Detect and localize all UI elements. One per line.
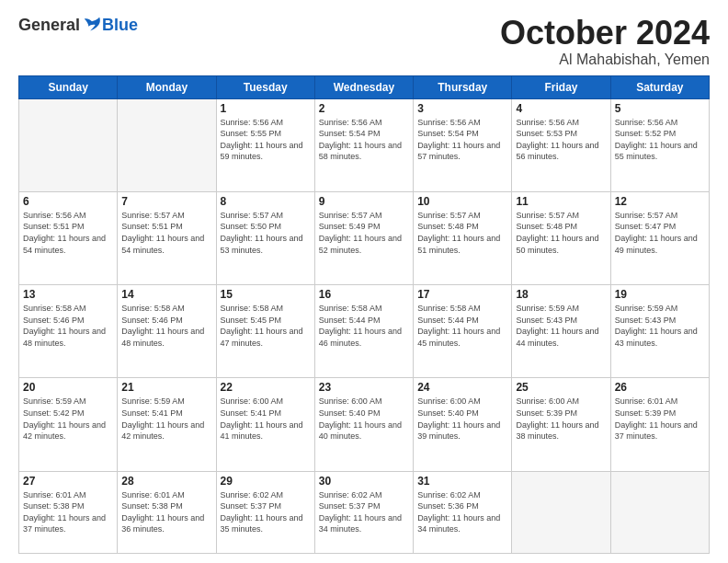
calendar-cell <box>512 471 610 553</box>
day-number: 2 <box>319 102 409 115</box>
calendar-header-thursday: Thursday <box>414 75 512 98</box>
day-number: 4 <box>516 102 606 115</box>
day-number: 31 <box>417 475 507 488</box>
day-info: Sunrise: 5:56 AM Sunset: 5:55 PM Dayligh… <box>221 117 311 163</box>
calendar-cell: 12Sunrise: 5:57 AM Sunset: 5:47 PM Dayli… <box>610 191 709 284</box>
calendar-week-row: 20Sunrise: 5:59 AM Sunset: 5:42 PM Dayli… <box>19 378 710 471</box>
calendar-cell: 25Sunrise: 6:00 AM Sunset: 5:39 PM Dayli… <box>512 378 610 471</box>
day-number: 11 <box>516 195 606 208</box>
location: Al Mahabishah, Yemen <box>500 52 710 68</box>
day-number: 17 <box>417 288 507 301</box>
calendar-cell: 9Sunrise: 5:57 AM Sunset: 5:49 PM Daylig… <box>314 191 413 284</box>
header: General Blue October 2024 Al Mahabishah,… <box>18 15 710 68</box>
calendar-cell: 7Sunrise: 5:57 AM Sunset: 5:51 PM Daylig… <box>118 191 216 284</box>
day-info: Sunrise: 5:56 AM Sunset: 5:53 PM Dayligh… <box>516 117 606 163</box>
day-info: Sunrise: 5:57 AM Sunset: 5:48 PM Dayligh… <box>516 210 606 256</box>
day-info: Sunrise: 5:57 AM Sunset: 5:49 PM Dayligh… <box>319 210 409 256</box>
calendar-cell <box>118 98 216 191</box>
calendar-cell <box>19 98 118 191</box>
calendar-cell: 11Sunrise: 5:57 AM Sunset: 5:48 PM Dayli… <box>512 191 610 284</box>
day-number: 21 <box>121 381 211 394</box>
day-number: 3 <box>417 102 507 115</box>
day-number: 5 <box>615 102 705 115</box>
day-info: Sunrise: 6:02 AM Sunset: 5:36 PM Dayligh… <box>417 489 507 535</box>
calendar-cell: 13Sunrise: 5:58 AM Sunset: 5:46 PM Dayli… <box>19 285 118 378</box>
day-info: Sunrise: 6:02 AM Sunset: 5:37 PM Dayligh… <box>221 489 311 535</box>
calendar-cell: 31Sunrise: 6:02 AM Sunset: 5:36 PM Dayli… <box>414 471 512 553</box>
logo-blue-text: Blue <box>102 16 138 35</box>
day-info: Sunrise: 6:00 AM Sunset: 5:40 PM Dayligh… <box>319 396 409 442</box>
day-info: Sunrise: 6:00 AM Sunset: 5:41 PM Dayligh… <box>221 396 311 442</box>
calendar-cell <box>610 471 709 553</box>
day-number: 18 <box>516 288 606 301</box>
day-number: 30 <box>319 475 409 488</box>
day-info: Sunrise: 6:01 AM Sunset: 5:38 PM Dayligh… <box>23 489 113 535</box>
day-info: Sunrise: 5:59 AM Sunset: 5:43 PM Dayligh… <box>615 303 705 349</box>
calendar-cell: 18Sunrise: 5:59 AM Sunset: 5:43 PM Dayli… <box>512 285 610 378</box>
calendar-cell: 24Sunrise: 6:00 AM Sunset: 5:40 PM Dayli… <box>414 378 512 471</box>
day-number: 25 <box>516 381 606 394</box>
calendar-cell: 5Sunrise: 5:56 AM Sunset: 5:52 PM Daylig… <box>610 98 709 191</box>
calendar-header-sunday: Sunday <box>19 75 118 98</box>
day-info: Sunrise: 5:56 AM Sunset: 5:52 PM Dayligh… <box>615 117 705 163</box>
day-info: Sunrise: 5:58 AM Sunset: 5:45 PM Dayligh… <box>221 303 311 349</box>
calendar-week-row: 27Sunrise: 6:01 AM Sunset: 5:38 PM Dayli… <box>19 471 710 553</box>
day-number: 14 <box>121 288 211 301</box>
day-info: Sunrise: 5:57 AM Sunset: 5:50 PM Dayligh… <box>221 210 311 256</box>
day-number: 1 <box>221 102 311 115</box>
calendar-cell: 28Sunrise: 6:01 AM Sunset: 5:38 PM Dayli… <box>118 471 216 553</box>
calendar-header-row: SundayMondayTuesdayWednesdayThursdayFrid… <box>19 75 710 98</box>
page: General Blue October 2024 Al Mahabishah,… <box>0 0 728 563</box>
day-number: 28 <box>121 475 211 488</box>
calendar-week-row: 13Sunrise: 5:58 AM Sunset: 5:46 PM Dayli… <box>19 285 710 378</box>
calendar-cell: 23Sunrise: 6:00 AM Sunset: 5:40 PM Dayli… <box>314 378 413 471</box>
day-info: Sunrise: 5:57 AM Sunset: 5:51 PM Dayligh… <box>121 210 211 256</box>
day-info: Sunrise: 6:00 AM Sunset: 5:40 PM Dayligh… <box>417 396 507 442</box>
day-number: 15 <box>221 288 311 301</box>
calendar-header-friday: Friday <box>512 75 610 98</box>
calendar-week-row: 1Sunrise: 5:56 AM Sunset: 5:55 PM Daylig… <box>19 98 710 191</box>
title-area: October 2024 Al Mahabishah, Yemen <box>500 15 710 68</box>
calendar-cell: 29Sunrise: 6:02 AM Sunset: 5:37 PM Dayli… <box>216 471 314 553</box>
month-title: October 2024 <box>500 15 710 52</box>
day-info: Sunrise: 6:01 AM Sunset: 5:39 PM Dayligh… <box>615 396 705 442</box>
day-number: 9 <box>319 195 409 208</box>
calendar-table: SundayMondayTuesdayWednesdayThursdayFrid… <box>18 75 710 554</box>
calendar-cell: 21Sunrise: 5:59 AM Sunset: 5:41 PM Dayli… <box>118 378 216 471</box>
day-number: 7 <box>121 195 211 208</box>
calendar-cell: 20Sunrise: 5:59 AM Sunset: 5:42 PM Dayli… <box>19 378 118 471</box>
calendar-cell: 2Sunrise: 5:56 AM Sunset: 5:54 PM Daylig… <box>314 98 413 191</box>
day-number: 24 <box>417 381 507 394</box>
day-info: Sunrise: 5:56 AM Sunset: 5:51 PM Dayligh… <box>23 210 113 256</box>
calendar-cell: 1Sunrise: 5:56 AM Sunset: 5:55 PM Daylig… <box>216 98 314 191</box>
day-number: 19 <box>615 288 705 301</box>
day-number: 20 <box>23 381 113 394</box>
day-number: 16 <box>319 288 409 301</box>
day-info: Sunrise: 5:57 AM Sunset: 5:48 PM Dayligh… <box>417 210 507 256</box>
calendar-cell: 27Sunrise: 6:01 AM Sunset: 5:38 PM Dayli… <box>19 471 118 553</box>
calendar-week-row: 6Sunrise: 5:56 AM Sunset: 5:51 PM Daylig… <box>19 191 710 284</box>
calendar-cell: 15Sunrise: 5:58 AM Sunset: 5:45 PM Dayli… <box>216 285 314 378</box>
day-info: Sunrise: 5:59 AM Sunset: 5:43 PM Dayligh… <box>516 303 606 349</box>
calendar-cell: 10Sunrise: 5:57 AM Sunset: 5:48 PM Dayli… <box>414 191 512 284</box>
calendar-cell: 4Sunrise: 5:56 AM Sunset: 5:53 PM Daylig… <box>512 98 610 191</box>
day-info: Sunrise: 6:00 AM Sunset: 5:39 PM Dayligh… <box>516 396 606 442</box>
calendar-cell: 14Sunrise: 5:58 AM Sunset: 5:46 PM Dayli… <box>118 285 216 378</box>
calendar-header-saturday: Saturday <box>610 75 709 98</box>
day-info: Sunrise: 5:56 AM Sunset: 5:54 PM Dayligh… <box>417 117 507 163</box>
day-number: 26 <box>615 381 705 394</box>
calendar-cell: 3Sunrise: 5:56 AM Sunset: 5:54 PM Daylig… <box>414 98 512 191</box>
day-info: Sunrise: 6:02 AM Sunset: 5:37 PM Dayligh… <box>319 489 409 535</box>
day-number: 23 <box>319 381 409 394</box>
calendar-cell: 22Sunrise: 6:00 AM Sunset: 5:41 PM Dayli… <box>216 378 314 471</box>
calendar-cell: 17Sunrise: 5:58 AM Sunset: 5:44 PM Dayli… <box>414 285 512 378</box>
calendar-cell: 26Sunrise: 6:01 AM Sunset: 5:39 PM Dayli… <box>610 378 709 471</box>
day-number: 10 <box>417 195 507 208</box>
day-number: 12 <box>615 195 705 208</box>
day-number: 6 <box>23 195 113 208</box>
calendar-cell: 19Sunrise: 5:59 AM Sunset: 5:43 PM Dayli… <box>610 285 709 378</box>
day-number: 29 <box>221 475 311 488</box>
calendar-cell: 30Sunrise: 6:02 AM Sunset: 5:37 PM Dayli… <box>314 471 413 553</box>
calendar-header-tuesday: Tuesday <box>216 75 314 98</box>
day-info: Sunrise: 5:56 AM Sunset: 5:54 PM Dayligh… <box>319 117 409 163</box>
